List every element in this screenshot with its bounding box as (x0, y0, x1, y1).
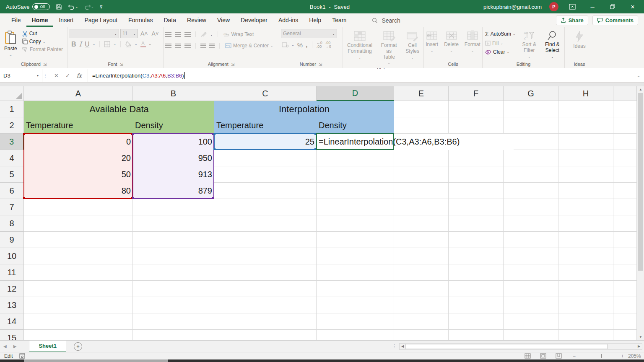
cell-D10[interactable] (317, 248, 394, 264)
cell-H11[interactable] (558, 264, 613, 281)
cell-E6[interactable] (394, 183, 449, 199)
ribbon-tab-view[interactable]: View (212, 14, 235, 27)
zoom-slider[interactable] (579, 356, 618, 356)
sort-filter-button[interactable]: AZ Sort & Filter⌄ (519, 29, 540, 60)
cell-E8[interactable] (394, 215, 449, 232)
cell-F9[interactable] (449, 232, 504, 248)
column-header-b[interactable]: B (133, 86, 214, 101)
insert-function-icon[interactable]: fx (77, 72, 82, 79)
cell-D11[interactable] (317, 264, 394, 281)
ribbon-display-options-icon[interactable] (566, 4, 579, 10)
underline-button[interactable]: U (85, 41, 90, 48)
cell-A11[interactable] (24, 264, 133, 281)
cell-filler6[interactable] (613, 183, 637, 199)
cell-B15[interactable] (133, 330, 214, 340)
decrease-indent-icon[interactable] (200, 44, 206, 48)
row-header-12[interactable]: 12 (0, 281, 24, 297)
cell-C12[interactable] (214, 281, 317, 297)
cell-G13[interactable] (504, 297, 558, 313)
cell-C11[interactable] (214, 264, 317, 281)
cell-filler15[interactable] (613, 330, 637, 340)
cell-C14[interactable] (214, 313, 317, 330)
select-all-corner[interactable] (0, 86, 24, 101)
cell-E1[interactable] (394, 101, 449, 117)
clear-button[interactable]: Clear⌄ (484, 48, 517, 56)
cell-filler3[interactable] (613, 134, 637, 150)
ribbon-tab-file[interactable]: File (6, 14, 26, 27)
increase-decimal-button[interactable]: ←0.00 (317, 41, 322, 49)
cell-D14[interactable] (317, 313, 394, 330)
cell-styles-button[interactable]: Cell Styles⌄ (403, 29, 422, 61)
format-painter-button[interactable]: Format Painter (21, 46, 64, 53)
cell-G7[interactable] (504, 199, 558, 215)
cell-F8[interactable] (449, 215, 504, 232)
cell-E15[interactable] (394, 330, 449, 340)
cell-filler11[interactable] (613, 264, 637, 281)
cell-G6[interactable] (504, 183, 558, 199)
cell-filler1[interactable] (613, 101, 637, 117)
align-middle-icon[interactable] (175, 32, 181, 37)
cell-C8[interactable] (214, 215, 317, 232)
align-center-icon[interactable] (175, 44, 181, 48)
cell-D3-value[interactable]: =LinearInterpolation(C3,A3:A6,B3:B6) (317, 134, 514, 150)
cell-A2-value[interactable]: Temperature (24, 117, 133, 134)
zoom-slider-thumb[interactable] (601, 354, 602, 358)
cell-E9[interactable] (394, 232, 449, 248)
cell-B12[interactable] (133, 281, 214, 297)
cell-B7[interactable] (133, 199, 214, 215)
cell-G1[interactable] (504, 101, 558, 117)
autosum-button[interactable]: Σ AutoSum⌄ (484, 30, 517, 38)
cut-button[interactable]: Cut (21, 30, 64, 37)
cell-A10[interactable] (24, 248, 133, 264)
ribbon-tab-formulas[interactable]: Formulas (123, 14, 158, 27)
cell-H4[interactable] (558, 150, 613, 166)
cell-F13[interactable] (449, 297, 504, 313)
fill-button[interactable]: Fill⌄ (484, 39, 517, 47)
cancel-entry-icon[interactable]: ✕ (54, 72, 59, 79)
row-header-9[interactable]: 9 (0, 232, 24, 248)
ribbon-tab-help[interactable]: Help (304, 14, 327, 27)
cell-H13[interactable] (558, 297, 613, 313)
cell-A6-value[interactable]: 80 (24, 183, 133, 199)
cell-G14[interactable] (504, 313, 558, 330)
column-header-c[interactable]: C (214, 86, 317, 101)
cell-A7[interactable] (24, 199, 133, 215)
column-header-d[interactable]: D (317, 86, 394, 101)
column-header-h[interactable]: H (558, 86, 613, 101)
clipboard-dialog-launcher-icon[interactable]: ⇲ (43, 62, 47, 67)
horizontal-scroll-thumb[interactable] (405, 344, 608, 349)
cell-F12[interactable] (449, 281, 504, 297)
zoom-out-button[interactable]: − (573, 353, 576, 359)
borders-icon[interactable] (104, 41, 110, 47)
cell-F5[interactable] (449, 166, 504, 183)
row-header-8[interactable]: 8 (0, 215, 24, 232)
account-email[interactable]: pickupbrain@gmail.com (483, 4, 542, 10)
cell-D9[interactable] (317, 232, 394, 248)
italic-button[interactable]: I (79, 40, 82, 48)
cell-G15[interactable] (504, 330, 558, 340)
tab-scrollbar-splitter[interactable]: ⋮ (392, 344, 399, 349)
scroll-right-icon[interactable]: ▶ (636, 344, 642, 349)
cell-E5[interactable] (394, 166, 449, 183)
cell-H6[interactable] (558, 183, 613, 199)
cell-F6[interactable] (449, 183, 504, 199)
autosave-switch-icon[interactable]: Off (32, 3, 50, 10)
ribbon-tab-insert[interactable]: Insert (53, 14, 79, 27)
column-header-f[interactable]: F (449, 86, 504, 101)
cell-D8[interactable] (317, 215, 394, 232)
avatar[interactable]: P (549, 2, 558, 11)
row-header-13[interactable]: 13 (0, 297, 24, 313)
cell-D13[interactable] (317, 297, 394, 313)
cell-filler13[interactable] (613, 297, 637, 313)
minimize-button[interactable]: ─ (586, 4, 599, 10)
font-color-icon[interactable]: A (140, 41, 146, 47)
insert-cells-button[interactable]: Insert⌄ (423, 29, 441, 54)
scroll-left-icon[interactable]: ◀ (400, 344, 405, 349)
row-header-5[interactable]: 5 (0, 166, 24, 183)
expand-formula-bar-icon[interactable]: ⌄ (633, 69, 644, 82)
formula-bar-handle[interactable]: ⋮ (42, 69, 48, 82)
cell-A3-value[interactable]: 0 (24, 134, 133, 150)
cell-C15[interactable] (214, 330, 317, 340)
cell-C3-value[interactable]: 25 (214, 134, 317, 150)
vertical-scroll-thumb[interactable] (638, 93, 643, 271)
